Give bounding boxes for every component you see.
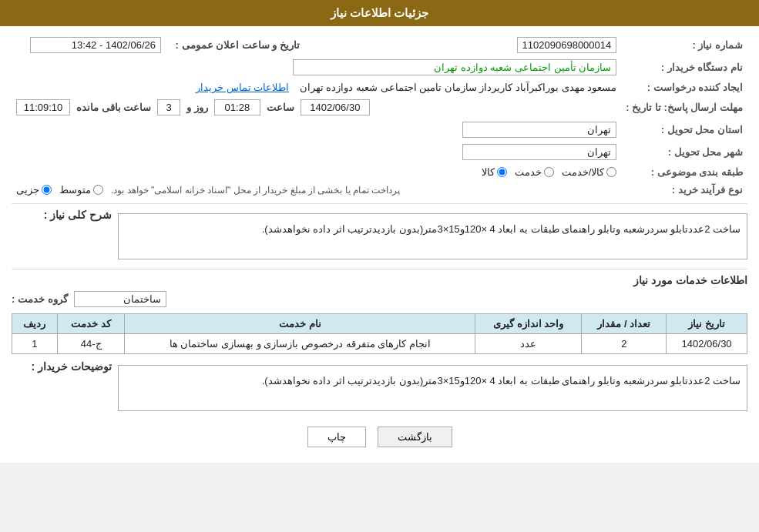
category-khadamat-label: خدمت xyxy=(515,166,542,178)
deadline-remaining: 11:09:10 xyxy=(16,99,70,115)
buyer-org-value: سازمان تأمین اجتماعی شعبه دوازده تهران xyxy=(293,59,616,75)
purchase-motavasset-label: متوسط xyxy=(59,184,91,196)
category-khadamat-radio[interactable] xyxy=(544,167,554,177)
buttons-row: بازگشت چاپ xyxy=(12,427,747,447)
services-section-title: اطلاعات خدمات مورد نیاز xyxy=(633,274,747,286)
page-title: جزئیات اطلاعات نیاز xyxy=(331,6,428,19)
deadline-time: 01:28 xyxy=(214,99,260,115)
category-kala-khadamat-label: کالا/خدمت xyxy=(562,166,605,178)
page-header: جزئیات اطلاعات نیاز xyxy=(0,0,759,26)
info-table: شماره نیاز : 1102090698000014 تاریخ و سا… xyxy=(12,34,747,199)
need-desc-label: شرح کلی نیاز : xyxy=(44,209,112,221)
cell-need-date: 1402/06/30 xyxy=(667,334,747,354)
page-container: جزئیات اطلاعات نیاز شماره نیاز : 1102090… xyxy=(0,0,759,463)
cell-row-num: 1 xyxy=(12,334,58,354)
row-purchase-type: نوع فرآیند خرید : پرداخت تمام یا بخشی از… xyxy=(12,181,747,199)
row-need-number: شماره نیاز : 1102090698000014 تاریخ و سا… xyxy=(12,34,747,56)
need-desc-row: ساخت 2عددتابلو سردرشعبه وتابلو راهنمای ط… xyxy=(12,209,747,264)
creator-value: مسعود مهدی بوراکبرآباد کاریرداز سازمان ت… xyxy=(300,82,617,93)
services-table-body: 1402/06/30 2 عدد انجام کارهای متفرقه درخ… xyxy=(12,334,747,354)
category-kala-item: کالا xyxy=(482,166,507,178)
purchase-motavasset-item: متوسط xyxy=(59,184,103,196)
buyer-notes-row: ساخت 2عددتابلو سردرشعبه وتابلو راهنمای ط… xyxy=(12,360,747,416)
category-kala-khadamat-radio[interactable] xyxy=(606,167,616,177)
province-label: استان محل تحویل : xyxy=(621,119,747,141)
deadline-label: مهلت ارسال پاسخ: تا تاریخ : xyxy=(621,96,747,119)
purchase-jozei-radio[interactable] xyxy=(42,185,52,195)
category-kala-label: کالا xyxy=(482,166,495,178)
th-service-name: نام خدمت xyxy=(125,314,475,334)
announce-value: 1402/06/26 - 13:42 xyxy=(30,37,161,53)
cell-service-code: ج-44 xyxy=(57,334,125,354)
announce-label: تاریخ و ساعت اعلان عمومی : xyxy=(176,39,300,51)
row-category: طبقه بندی موضوعی : کالا/خدمت خدمت xyxy=(12,163,747,181)
th-service-code: کد خدمت xyxy=(57,314,125,334)
purchase-radio-group: متوسط جزیی xyxy=(16,184,103,196)
province-value: تهران xyxy=(462,122,616,138)
row-buyer-org: نام دستگاه خریدار : سازمان تأمین اجتماعی… xyxy=(12,56,747,79)
table-row: 1402/06/30 2 عدد انجام کارهای متفرقه درخ… xyxy=(12,334,747,354)
service-group-label: گروه خدمت : xyxy=(12,293,68,305)
buyer-notes-box: ساخت 2عددتابلو سردرشعبه وتابلو راهنمای ط… xyxy=(118,365,747,411)
deadline-date: 1402/06/30 xyxy=(301,99,370,115)
back-button[interactable]: بازگشت xyxy=(378,427,452,447)
services-table: تاریخ نیاز تعداد / مقدار واحد اندازه گیر… xyxy=(12,313,747,354)
category-khadamat-item: خدمت xyxy=(515,166,554,178)
th-count: تعداد / مقدار xyxy=(582,314,667,334)
print-button[interactable]: چاپ xyxy=(307,427,366,447)
need-desc-text: ساخت 2عددتابلو سردرشعبه وتابلو راهنمای ط… xyxy=(262,223,741,235)
category-radio-group: کالا/خدمت خدمت کالا xyxy=(16,166,616,178)
cell-count: 2 xyxy=(582,334,667,354)
need-number-box: 1102090698000014 xyxy=(517,37,617,53)
need-number-value: 1102090698000014 xyxy=(304,34,621,56)
purchase-jozei-label: جزیی xyxy=(16,184,39,196)
buyer-org-label: نام دستگاه خریدار : xyxy=(621,56,747,79)
deadline-days: 3 xyxy=(157,99,180,115)
purchase-type-label: نوع فرآیند خرید : xyxy=(621,181,747,199)
th-row-num: ردیف xyxy=(12,314,58,334)
deadline-days-label: روز و xyxy=(186,102,208,113)
th-unit: واحد اندازه گیری xyxy=(475,314,582,334)
deadline-remaining-label: ساعت باقی مانده xyxy=(76,102,151,113)
need-desc-box: ساخت 2عددتابلو سردرشعبه وتابلو راهنمای ط… xyxy=(118,213,747,259)
divider-2 xyxy=(12,269,747,269)
purchase-motavasset-radio[interactable] xyxy=(93,185,103,195)
deadline-time-label: ساعت xyxy=(267,102,294,113)
row-city: شهر محل تحویل : تهران xyxy=(12,141,747,163)
service-group-value: ساختمان xyxy=(74,291,166,307)
cell-unit: عدد xyxy=(475,334,582,354)
th-need-date: تاریخ نیاز xyxy=(667,314,747,334)
main-content: شماره نیاز : 1102090698000014 تاریخ و سا… xyxy=(0,26,759,463)
category-kala-khadamat-item: کالا/خدمت xyxy=(562,166,617,178)
contact-link[interactable]: اطلاعات تماس خریدار xyxy=(196,82,289,93)
cell-service-name: انجام کارهای متفرقه درخصوص بازسازی و بهس… xyxy=(125,334,475,354)
category-label: طبقه بندی موضوعی : xyxy=(621,163,747,181)
purchase-jozei-item: جزیی xyxy=(16,184,52,196)
city-value: تهران xyxy=(462,144,616,160)
row-province: استان محل تحویل : تهران xyxy=(12,119,747,141)
category-kala-radio[interactable] xyxy=(497,167,507,177)
services-table-head: تاریخ نیاز تعداد / مقدار واحد اندازه گیر… xyxy=(12,314,747,334)
row-creator: ایجاد کننده درخواست : مسعود مهدی بوراکبر… xyxy=(12,79,747,96)
service-group-row: ساختمان گروه خدمت : xyxy=(12,291,747,307)
row-deadline: مهلت ارسال پاسخ: تا تاریخ : 1402/06/30 س… xyxy=(12,96,747,119)
need-number-label: شماره نیاز : xyxy=(621,34,747,56)
purchase-note: پرداخت تمام یا بخشی از مبلغ خریدار از مح… xyxy=(111,185,400,196)
divider-1 xyxy=(12,203,747,204)
city-label: شهر محل تحویل : xyxy=(621,141,747,163)
buyer-notes-text: ساخت 2عددتابلو سردرشعبه وتابلو راهنمای ط… xyxy=(262,375,741,386)
creator-label: ایجاد کننده درخواست : xyxy=(621,79,747,96)
buyer-notes-label: توضیحات خریدار : xyxy=(32,360,112,373)
services-table-header-row: تاریخ نیاز تعداد / مقدار واحد اندازه گیر… xyxy=(12,314,747,334)
